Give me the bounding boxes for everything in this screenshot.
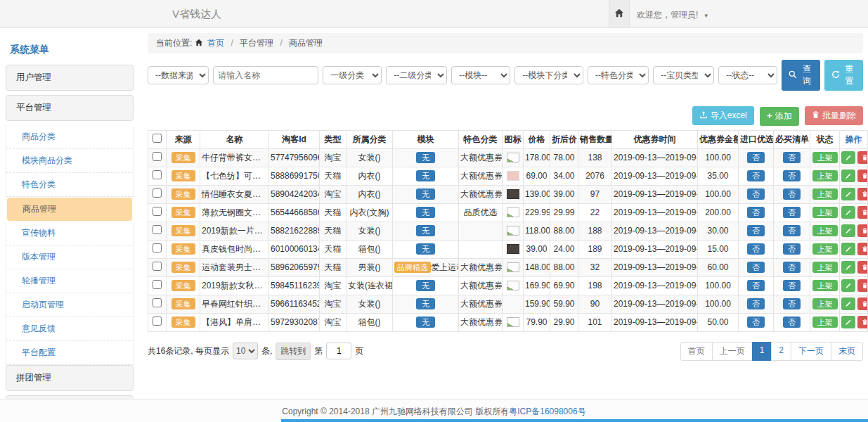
edit-button[interactable]	[841, 188, 855, 200]
row-checkbox[interactable]	[153, 207, 162, 216]
reset-button[interactable]: 重置	[824, 60, 863, 91]
delete-button[interactable]	[857, 206, 868, 219]
row-checkbox[interactable]	[153, 188, 162, 198]
edit-button[interactable]	[841, 279, 855, 292]
filter-select[interactable]: --特色分类--	[588, 66, 649, 84]
row-checkbox[interactable]	[153, 225, 162, 234]
must-buy-toggle[interactable]: 否	[783, 170, 801, 181]
import-select-toggle[interactable]: 否	[747, 262, 765, 273]
edit-button[interactable]	[841, 261, 855, 274]
delete-button[interactable]	[857, 151, 868, 164]
pager-button[interactable]: 下一页	[791, 342, 831, 361]
pager-button[interactable]: 首页	[680, 342, 713, 361]
row-checkbox[interactable]	[153, 243, 162, 252]
edit-button[interactable]	[841, 316, 855, 328]
sidebar-item[interactable]: 启动页管理	[6, 293, 134, 317]
sidebar-item[interactable]: 宣传物料	[6, 222, 134, 245]
delete-button[interactable]	[857, 298, 868, 310]
must-buy-toggle[interactable]: 否	[783, 188, 801, 200]
per-page-select[interactable]: 10	[233, 343, 258, 359]
import-select-toggle[interactable]: 否	[747, 188, 765, 200]
import-select-toggle[interactable]: 否	[747, 298, 765, 309]
must-buy-toggle[interactable]: 否	[783, 243, 801, 255]
name-search-input[interactable]	[213, 66, 318, 84]
status-button[interactable]: 上架	[812, 298, 838, 309]
status-button[interactable]: 上架	[812, 316, 838, 328]
user-menu[interactable]: 欢迎您，管理员! ▼	[637, 9, 709, 21]
filter-select[interactable]: --二级分类--	[386, 66, 447, 84]
edit-button[interactable]	[841, 170, 855, 182]
row-checkbox[interactable]	[153, 170, 162, 179]
sidebar-item[interactable]: 平台配置	[6, 341, 134, 365]
must-buy-toggle[interactable]: 否	[783, 152, 801, 163]
filter-select[interactable]: --状态--	[718, 66, 777, 84]
must-buy-toggle[interactable]: 否	[783, 280, 801, 291]
status-button[interactable]: 上架	[812, 152, 838, 163]
delete-button[interactable]	[857, 243, 868, 255]
delete-button[interactable]	[857, 279, 868, 292]
delete-button[interactable]	[857, 188, 868, 200]
sidebar-item[interactable]: 特色分类	[6, 173, 134, 197]
batch-delete-button[interactable]: 批量删除	[805, 106, 863, 125]
pager-button[interactable]: 上一页	[712, 342, 753, 361]
pager-button[interactable]: 2	[771, 342, 791, 361]
edit-button[interactable]	[841, 151, 855, 164]
select-all-checkbox[interactable]	[153, 134, 162, 143]
status-button[interactable]: 上架	[812, 243, 838, 255]
delete-button[interactable]	[857, 224, 868, 237]
edit-button[interactable]	[841, 206, 855, 219]
page-number-input[interactable]	[326, 343, 351, 359]
edit-button[interactable]	[841, 298, 855, 310]
import-select-toggle[interactable]: 否	[747, 207, 765, 218]
import-excel-button[interactable]: 导入excel	[692, 106, 754, 125]
edit-button[interactable]	[841, 224, 855, 237]
status-button[interactable]: 上架	[812, 188, 838, 200]
import-select-toggle[interactable]: 否	[747, 316, 765, 328]
must-buy-toggle[interactable]: 否	[783, 207, 801, 218]
filter-select[interactable]: --模块--	[451, 66, 510, 84]
row-checkbox[interactable]	[153, 152, 162, 161]
delete-button[interactable]	[857, 170, 868, 182]
row-checkbox[interactable]	[153, 298, 162, 307]
sidebar-item[interactable]: 商品分类	[6, 125, 134, 149]
data-source-select[interactable]: --数据来源--	[148, 66, 209, 84]
icp-link[interactable]: 粤ICP备16098006号	[509, 407, 585, 416]
sidebar-item[interactable]: 轮播管理	[6, 269, 134, 293]
add-button[interactable]: + 添加	[760, 107, 799, 126]
sidebar-item[interactable]: 商品管理	[7, 198, 132, 221]
must-buy-toggle[interactable]: 否	[783, 316, 801, 328]
sidebar-item[interactable]: 意见反馈	[6, 317, 134, 341]
must-buy-toggle[interactable]: 否	[783, 298, 801, 309]
edit-button[interactable]	[841, 243, 855, 255]
breadcrumb-home-link[interactable]: 首页	[207, 38, 224, 48]
delete-button[interactable]	[857, 261, 868, 274]
sidebar-item[interactable]: 模块商品分类	[6, 149, 134, 173]
sidebar-item[interactable]: 拼团管理	[6, 365, 134, 391]
search-button[interactable]: 查询	[782, 60, 820, 91]
status-button[interactable]: 上架	[812, 170, 838, 181]
status-button[interactable]: 上架	[812, 262, 838, 273]
row-checkbox[interactable]	[153, 280, 162, 289]
status-button[interactable]: 上架	[812, 225, 838, 236]
delete-button[interactable]	[857, 316, 868, 328]
status-button[interactable]: 上架	[812, 280, 838, 291]
import-select-toggle[interactable]: 否	[747, 152, 765, 163]
filter-select[interactable]: --宝贝类型--	[653, 66, 714, 84]
row-checkbox[interactable]	[153, 262, 162, 271]
home-button[interactable]	[609, 0, 630, 27]
jump-to-button[interactable]: 跳转到	[276, 343, 311, 360]
import-select-toggle[interactable]: 否	[747, 243, 765, 255]
import-select-toggle[interactable]: 否	[747, 225, 765, 236]
filter-select[interactable]: --模块下分类--	[514, 66, 583, 84]
pager-button[interactable]: 1	[752, 342, 772, 361]
filter-select[interactable]: 一级分类	[323, 66, 382, 84]
must-buy-toggle[interactable]: 否	[783, 262, 801, 273]
pager-button[interactable]: 末页	[831, 342, 863, 361]
sidebar-item[interactable]: 版本管理	[6, 245, 134, 269]
must-buy-toggle[interactable]: 否	[783, 225, 801, 236]
import-select-toggle[interactable]: 否	[747, 170, 765, 181]
status-button[interactable]: 上架	[812, 207, 838, 218]
sidebar-item[interactable]: 平台管理	[6, 95, 134, 121]
sidebar-item[interactable]: 用户管理	[6, 65, 134, 91]
import-select-toggle[interactable]: 否	[747, 280, 765, 291]
